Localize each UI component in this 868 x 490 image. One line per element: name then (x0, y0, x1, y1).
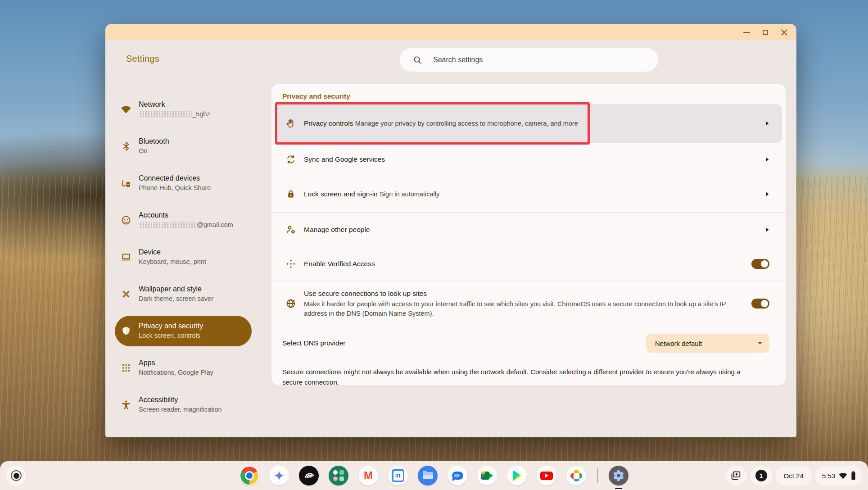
wifi-icon (120, 104, 132, 115)
sidebar-item-subtitle: @gmail.com (139, 220, 233, 229)
gear-icon (120, 436, 132, 437)
shelf-app-photos[interactable] (566, 466, 586, 485)
date-button[interactable]: Oct 24 (776, 466, 812, 485)
calendar-icon: 31 (392, 469, 404, 482)
search-input[interactable] (433, 56, 622, 64)
sync-icon (285, 154, 297, 165)
window-titlebar (105, 24, 796, 40)
search-icon (412, 55, 422, 65)
shelf-app-youtube[interactable] (537, 466, 556, 485)
sidebar-item-accessibility[interactable]: Accessibility Screen reader, magnificati… (115, 390, 252, 420)
sidebar-item-subtitle: Keyboard, mouse, print (139, 257, 206, 266)
shield-icon (120, 325, 132, 337)
row-title: Use secure connections to look up sites (304, 290, 427, 297)
photos-pinwheel-icon (570, 470, 582, 481)
active-app-indicator (615, 488, 622, 490)
dns-provider-label: Select DNS provider (282, 339, 345, 347)
shape-square-green (339, 470, 344, 475)
connected-devices-icon (120, 177, 132, 189)
row-select-dns-provider: Select DNS provider Network default (271, 326, 786, 360)
shelf-app-files[interactable] (418, 466, 438, 485)
shelf-app-chrome[interactable] (240, 466, 259, 485)
sidebar-item-subtitle: On (139, 146, 169, 155)
laptop-icon (120, 251, 132, 263)
row-verified-access[interactable]: Enable Verified Access (271, 247, 786, 281)
shelf-app-messages[interactable] (448, 466, 467, 485)
sidebar-item-accounts[interactable]: Accounts @gmail.com (115, 205, 252, 236)
sidebar-item-subtitle: Dark theme, screen saver (139, 294, 213, 303)
sidebar-item-connected-devices[interactable]: Connected devices Phone Hub, Quick Share (115, 168, 252, 199)
dns-footnote: Secure connections might not always be a… (271, 360, 776, 388)
redacted-text (139, 222, 196, 228)
toggle-knob (761, 300, 768, 307)
sidebar-item-label: Network (139, 100, 210, 109)
gmail-m-icon: M (364, 470, 373, 481)
row-title: Enable Verified Access (304, 260, 375, 268)
close-icon (781, 29, 787, 36)
status-area-button[interactable]: 5:53 (815, 466, 863, 485)
chevron-right-icon (765, 191, 769, 197)
close-button[interactable] (780, 28, 788, 36)
chevron-right-icon (765, 157, 769, 162)
maximize-button[interactable] (761, 28, 769, 36)
redacted-text (139, 111, 192, 117)
row-lock-screen[interactable]: Lock screen and sign-in Sign in automati… (271, 176, 786, 212)
row-subtitle: Make it harder for people with access to… (304, 299, 727, 318)
chevron-right-icon (765, 121, 769, 126)
shelf: M 31 (0, 461, 868, 490)
notification-counter[interactable]: 1 (750, 466, 772, 485)
meet-camera-icon (481, 472, 493, 480)
sidebar-item-subtitle: _5ghz (139, 109, 210, 118)
folder-icon (423, 472, 433, 479)
shelf-app-settings-active[interactable] (609, 466, 628, 485)
shelf-app-calendar[interactable]: 31 (388, 466, 408, 485)
date-label: Oct 24 (784, 472, 804, 480)
wallpaper-style-icon (120, 288, 132, 300)
page-title: Settings (126, 54, 159, 64)
sidebar-item-wallpaper[interactable]: Wallpaper and style Dark theme, screen s… (115, 279, 252, 309)
row-manage-other-people[interactable]: Manage other people (271, 213, 786, 247)
row-secure-connections[interactable]: Use secure connections to look up sites … (271, 281, 786, 326)
minimize-button[interactable] (742, 28, 750, 36)
settings-gear-icon (612, 469, 625, 482)
row-sync-google-services[interactable]: Sync and Google services (271, 143, 786, 176)
shelf-app-screencast[interactable] (299, 466, 319, 485)
settings-rows: Privacy controls Manage your privacy by … (271, 104, 786, 388)
chrome-icon (240, 467, 258, 485)
row-subtitle: Sign in automatically (380, 191, 439, 198)
search-bar[interactable] (400, 48, 658, 72)
sidebar-item-privacy-security[interactable]: Privacy and security Lock screen, contro… (115, 316, 252, 346)
launcher-dot (14, 473, 19, 479)
sidebar-item-device[interactable]: Device Keyboard, mouse, print (115, 242, 252, 272)
row-privacy-controls[interactable]: Privacy controls Manage your privacy by … (275, 104, 782, 143)
shape-circle-pink (333, 476, 338, 481)
sidebar-item-system-preferences[interactable]: System preferences (115, 426, 252, 437)
shelf-app-play-games[interactable] (329, 466, 348, 485)
sidebar-item-bluetooth[interactable]: Bluetooth On (115, 131, 252, 162)
row-title: Manage other people (304, 226, 370, 233)
bluetooth-icon (120, 141, 132, 152)
dropdown-caret-icon (758, 342, 762, 345)
screen-capture-button[interactable] (725, 466, 747, 485)
secure-connections-toggle-on[interactable] (751, 299, 769, 309)
row-title: Lock screen and sign-in (304, 190, 378, 198)
shelf-app-play-store[interactable] (507, 466, 527, 485)
shelf-app-gmail[interactable]: M (358, 466, 378, 485)
dns-provider-dropdown[interactable]: Network default (646, 334, 769, 353)
sidebar-item-subtitle: Notifications, Google Play (139, 368, 213, 377)
verified-access-toggle-on[interactable] (751, 259, 769, 269)
shelf-apps: M 31 (240, 466, 628, 485)
sidebar-item-label: Device (139, 248, 206, 257)
spiral-arcs-icon (303, 469, 315, 482)
shelf-app-gemini[interactable] (269, 466, 289, 485)
launcher-button[interactable] (6, 466, 26, 485)
sidebar-item-network[interactable]: Network _5ghz (115, 94, 252, 125)
sidebar-item-label: Accessibility (139, 395, 222, 405)
sidebar-item-apps[interactable]: Apps Notifications, Google Play (115, 353, 252, 383)
wifi-status-icon (839, 472, 847, 479)
window-controls (742, 27, 788, 37)
accessibility-person-icon (120, 399, 132, 411)
shelf-app-meet[interactable] (477, 466, 497, 485)
time-label: 5:53 (822, 472, 835, 480)
privacy-security-panel: Privacy and security Privacy controls Ma… (271, 84, 786, 385)
